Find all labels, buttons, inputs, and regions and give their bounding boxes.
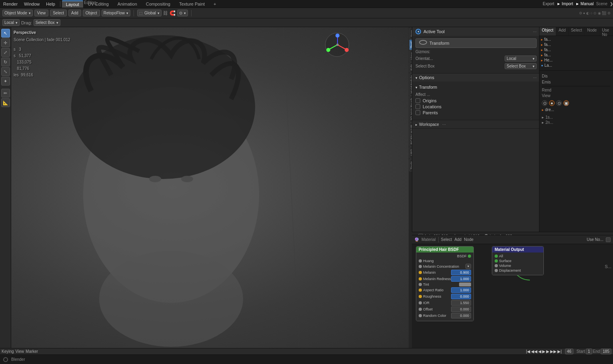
workspace-header-row[interactable]: Workspace ··· [412, 120, 540, 128]
rpt-node[interactable]: Node [585, 27, 600, 36]
snap-dropdown[interactable]: Local [2, 19, 20, 26]
huang-input-socket[interactable] [419, 259, 422, 263]
export-btn[interactable]: Export [543, 2, 554, 6]
outliner-item-0[interactable]: ▸ fa... [539, 37, 613, 42]
options-menu[interactable]: ··· [533, 75, 537, 80]
fr-icon-3[interactable]: ⊙ [556, 100, 562, 106]
random-color-socket[interactable] [419, 314, 422, 317]
outliner-item-1[interactable]: ▸ fa... [539, 42, 613, 47]
menu-window[interactable]: Window [21, 1, 43, 7]
ne-select-btn[interactable]: Select [441, 237, 452, 242]
tab-add[interactable]: + [210, 1, 220, 7]
ior-socket[interactable] [419, 301, 422, 304]
random-color-value[interactable]: 0.000 [451, 313, 471, 318]
add-btn[interactable]: Add [68, 10, 81, 16]
current-frame[interactable]: 46 [565, 348, 573, 354]
object-btn[interactable]: Object [83, 10, 100, 16]
transform-tool-btn[interactable]: ✦ [1, 77, 10, 86]
locations-checkbox[interactable] [415, 104, 420, 109]
tab-animation[interactable]: Animation [114, 1, 141, 7]
next-key-btn[interactable]: ▶▶ [550, 349, 557, 354]
addon-dropdown[interactable]: RetopoFlow [102, 10, 130, 16]
select-tool-btn[interactable]: ↖ [1, 29, 10, 38]
principled-hair-node[interactable]: Principled Hair BSDF BSDF Huang [416, 246, 474, 321]
rpt-object[interactable]: Object [539, 27, 556, 36]
ne-node-btn[interactable]: Node [464, 237, 473, 242]
ne-checkbox[interactable] [606, 237, 611, 242]
fr-icon-4[interactable]: ▣ [563, 100, 569, 106]
ne-add-btn[interactable]: Add [454, 237, 461, 242]
orientation-dropdown-prop[interactable]: Local [505, 56, 537, 62]
annotate-tool-btn[interactable]: ✏ [1, 89, 10, 97]
roughness-socket[interactable] [419, 295, 422, 298]
mo-displace-socket[interactable] [495, 269, 498, 272]
end-value[interactable]: 185 [601, 348, 611, 354]
offset-socket[interactable] [419, 308, 422, 311]
melanin-conc-socket[interactable] [419, 265, 422, 268]
navigation-gizmo[interactable]: Z [325, 33, 349, 57]
mo-surface-socket[interactable] [495, 259, 498, 263]
origins-checkbox[interactable] [415, 98, 420, 103]
outliner-item-2[interactable]: ▸ fa... [539, 47, 613, 52]
rpt-useno[interactable]: Use No [599, 27, 613, 36]
tint-socket[interactable] [419, 283, 422, 286]
view-btn[interactable]: View [34, 10, 49, 16]
tint-color-swatch[interactable] [459, 282, 471, 286]
top-expand-btn[interactable]: ❯ [610, 2, 613, 6]
menu-render[interactable]: Render [0, 1, 21, 7]
gizmo-circle[interactable]: Z [325, 33, 349, 57]
snap-icon[interactable]: 🧲 [170, 10, 176, 16]
fr-icon-1[interactable]: ⊙ [542, 100, 547, 106]
roughness-value[interactable]: 0.000 [451, 294, 471, 299]
transform-btn[interactable]: Transform [415, 38, 537, 48]
prop-edit-dropdown[interactable]: ⊙ [177, 10, 188, 16]
workspace-menu[interactable]: ··· [442, 122, 446, 127]
active-tool-header[interactable]: ✦ Active Tool ··· [412, 27, 540, 36]
import-btn[interactable]: ► Import [557, 2, 573, 6]
bsdf-socket[interactable] [468, 255, 471, 258]
outliner-item-5[interactable]: ● La... [539, 63, 613, 68]
tab-texture-paint[interactable]: Texture Paint [175, 1, 209, 7]
active-tool-menu[interactable]: ··· [533, 29, 537, 34]
select-btn[interactable]: Select [50, 10, 67, 16]
melanin-redness-socket[interactable] [419, 277, 422, 280]
skip-start-btn[interactable]: |◀ [526, 349, 530, 354]
tab-layout[interactable]: Layout [62, 0, 83, 8]
move-tool-btn[interactable]: ⤢ [1, 48, 10, 57]
scale-tool-btn[interactable]: ⤡ [1, 67, 10, 76]
melanin-socket[interactable] [419, 271, 422, 274]
play-btn[interactable]: ▶ [542, 349, 545, 354]
mo-volume-socket[interactable] [495, 264, 498, 267]
start-value[interactable]: 1 [586, 348, 592, 354]
transform-subsection[interactable]: Transform [415, 84, 537, 91]
rpt-select[interactable]: Select [569, 27, 585, 36]
tc-expand[interactable]: ▸ [542, 115, 544, 119]
melanin-conc-dropdown[interactable]: ▾ [465, 264, 471, 269]
prev-frame-btn[interactable]: ◀ [538, 349, 541, 354]
offset-value[interactable]: 0.000 [451, 306, 471, 312]
tab-compositing[interactable]: Compositing [142, 1, 174, 7]
melanin-redness-value[interactable]: 1.000 [451, 276, 471, 282]
drag-prop-dropdown[interactable]: Select Box [505, 63, 537, 69]
cursor-tool-btn[interactable]: ✛ [1, 38, 10, 47]
measure-tool-btn[interactable]: 📐 [1, 98, 10, 107]
rotate-tool-btn[interactable]: ↻ [1, 58, 10, 66]
menu-help[interactable]: Help [43, 1, 58, 7]
aspect-value[interactable]: 1.000 [451, 287, 471, 293]
tc-expand2[interactable]: ▸ [542, 120, 544, 125]
ne-type-icon[interactable]: 🔮 [414, 237, 419, 242]
mode-dropdown[interactable]: Object Mode [2, 10, 33, 16]
manual-btn[interactable]: ► Manual [575, 2, 593, 6]
parents-checkbox[interactable] [415, 110, 420, 115]
rpt-add[interactable]: Add [556, 27, 569, 36]
mo-all-socket[interactable] [495, 255, 498, 258]
material-output-node[interactable]: Material Output All Surface [492, 246, 544, 275]
outliner-item-3[interactable]: ▸ fa... [539, 52, 613, 58]
aspect-socket[interactable] [419, 288, 422, 292]
ior-value[interactable]: 1.550 [451, 300, 471, 306]
outliner-item-4[interactable]: ▸ He... [539, 58, 613, 63]
melanin-value[interactable]: 0.900 [451, 270, 471, 275]
next-frame-btn[interactable]: ▶ [546, 349, 549, 354]
main-viewport[interactable]: Perspective Scene Collection | fade 001.… [11, 27, 415, 348]
orientation-dropdown[interactable]: ⬚ Global [137, 10, 162, 16]
